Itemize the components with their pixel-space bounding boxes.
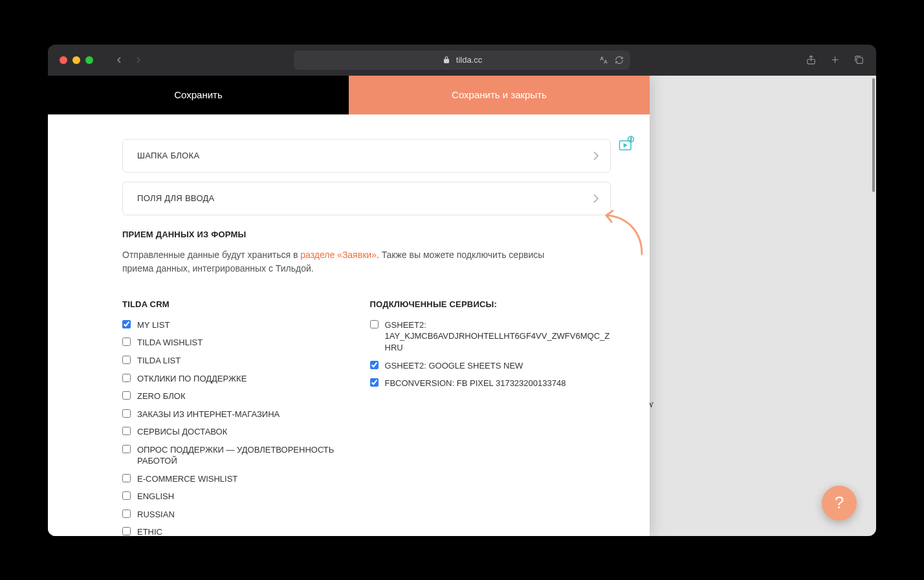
crm-item-row[interactable]: TILDA LIST — [122, 355, 364, 367]
svg-rect-1 — [857, 58, 863, 63]
scrollbar-thumb[interactable] — [872, 78, 875, 192]
help-video-icon[interactable]: i — [617, 135, 635, 153]
help-chat-label: ? — [835, 493, 844, 513]
panel-tabs: Сохранить Сохранить и закрыть — [48, 76, 650, 114]
crm-item-label: ОТКЛИКИ ПО ПОДДЕРЖКЕ — [137, 373, 247, 385]
translate-icon[interactable] — [599, 56, 608, 65]
connected-services-heading: ПОДКЛЮЧЕННЫЕ СЕРВИСЫ: — [370, 299, 611, 309]
crm-item-label: E-COMMERCE WISHLIST — [137, 473, 237, 485]
traffic-lights — [60, 56, 93, 64]
editor-panel: Сохранить Сохранить и закрыть i ШАПКА БЛ… — [48, 76, 650, 536]
service-item-checkbox[interactable] — [370, 378, 379, 387]
crm-item-checkbox[interactable] — [122, 445, 131, 453]
service-item-row[interactable]: GSHEET2: 1AY_KJMCB6AVDJRHOHTELLHT6GF4VV_… — [370, 319, 611, 354]
accordion-input-fields[interactable]: ПОЛЯ ДЛЯ ВВОДА — [122, 182, 611, 215]
page-viewport: mic status, e mpany's for new ? Сохранит… — [48, 76, 876, 536]
crm-item-label: RUSSIAN — [137, 509, 175, 521]
service-item-label: FBCONVERSION: FB PIXEL 317323200133748 — [385, 378, 566, 389]
leads-link[interactable]: разделе «Заявки» — [300, 250, 377, 260]
accordion-input-fields-label: ПОЛЯ ДЛЯ ВВОДА — [137, 193, 215, 203]
tilda-crm-heading: TILDA CRM — [122, 299, 364, 309]
maximize-window-button[interactable] — [85, 56, 93, 64]
new-tab-icon[interactable] — [830, 54, 841, 65]
tilda-crm-list: MY LISTTILDA WISHLISTTILDA LISTОТКЛИКИ П… — [122, 319, 364, 536]
crm-item-label: TILDA WISHLIST — [137, 337, 203, 349]
titlebar: tilda.cc — [48, 45, 876, 76]
back-button[interactable] — [114, 55, 124, 65]
crm-item-label: ЗАКАЗЫ ИЗ ИНТЕРНЕТ-МАГАЗИНА — [137, 409, 280, 420]
crm-item-row[interactable]: MY LIST — [122, 319, 364, 331]
crm-item-row[interactable]: E-COMMERCE WISHLIST — [122, 473, 364, 485]
crm-item-checkbox[interactable] — [122, 510, 131, 518]
connected-services-list: GSHEET2: 1AY_KJMCB6AVDJRHOHTELLHT6GF4VV_… — [370, 319, 611, 389]
crm-item-checkbox[interactable] — [122, 474, 131, 482]
service-item-label: GSHEET2: GOOGLE SHEETS NEW — [385, 360, 523, 372]
save-and-close-button[interactable]: Сохранить и закрыть — [349, 76, 650, 114]
crm-item-row[interactable]: ОТКЛИКИ ПО ПОДДЕРЖКЕ — [122, 373, 364, 385]
form-data-description: Отправленные данные будут храниться в ра… — [122, 248, 575, 276]
forward-button[interactable] — [133, 55, 144, 65]
service-item-row[interactable]: GSHEET2: GOOGLE SHEETS NEW — [370, 360, 611, 372]
crm-item-row[interactable]: RUSSIAN — [122, 509, 364, 521]
crm-item-row[interactable]: ETHIC — [122, 526, 364, 535]
crm-item-row[interactable]: TILDA WISHLIST — [122, 337, 364, 349]
crm-item-checkbox[interactable] — [122, 320, 131, 328]
chevron-right-icon — [593, 151, 599, 160]
save-and-close-button-label: Сохранить и закрыть — [452, 89, 547, 100]
close-window-button[interactable] — [60, 56, 67, 64]
service-item-label: GSHEET2: 1AY_KJMCB6AVDJRHOHTELLHT6GF4VV_… — [385, 319, 611, 354]
crm-item-checkbox[interactable] — [122, 391, 131, 400]
crm-item-row[interactable]: ОПРОС ПОДДЕРЖКИ — УДОВЛЕТВОРЕННОСТЬ РАБО… — [122, 444, 364, 467]
service-item-checkbox[interactable] — [370, 361, 379, 369]
crm-item-checkbox[interactable] — [122, 356, 131, 364]
minimize-window-button[interactable] — [72, 56, 80, 64]
crm-item-label: СЕРВИСЫ ДОСТАВОК — [137, 426, 227, 438]
reload-icon[interactable] — [615, 56, 624, 65]
accordion-block-header[interactable]: ШАПКА БЛОКА — [122, 139, 611, 173]
crm-item-label: MY LIST — [137, 319, 170, 331]
browser-window: tilda.cc mic status, e mpany's for new ? — [48, 45, 876, 536]
save-button-label: Сохранить — [174, 89, 223, 100]
panel-scroll-area[interactable]: i ШАПКА БЛОКА ПОЛЯ ДЛЯ ВВОДА — [48, 114, 650, 536]
svg-marker-5 — [624, 143, 628, 147]
crm-item-checkbox[interactable] — [122, 491, 131, 500]
crm-item-row[interactable]: СЕРВИСЫ ДОСТАВОК — [122, 426, 364, 438]
crm-item-checkbox[interactable] — [122, 427, 131, 435]
share-icon[interactable] — [806, 54, 817, 65]
crm-item-label: ОПРОС ПОДДЕРЖКИ — УДОВЛЕТВОРЕННОСТЬ РАБО… — [137, 444, 364, 467]
crm-item-checkbox[interactable] — [122, 338, 131, 346]
chevron-right-icon — [593, 194, 599, 203]
form-data-heading: ПРИЕМ ДАННЫХ ИЗ ФОРМЫ — [122, 230, 611, 239]
crm-item-row[interactable]: ЗАКАЗЫ ИЗ ИНТЕРНЕТ-МАГАЗИНА — [122, 409, 364, 420]
crm-item-label: ETHIC — [137, 526, 162, 535]
crm-item-checkbox[interactable] — [122, 409, 131, 418]
service-item-checkbox[interactable] — [370, 320, 379, 328]
crm-item-checkbox[interactable] — [122, 374, 131, 382]
crm-item-label: TILDA LIST — [137, 355, 181, 367]
crm-item-row[interactable]: ENGLISH — [122, 491, 364, 502]
address-bar-domain: tilda.cc — [456, 55, 482, 65]
lock-icon — [442, 56, 451, 65]
crm-item-label: ENGLISH — [137, 491, 174, 502]
save-button[interactable]: Сохранить — [48, 76, 349, 114]
page-scrollbar[interactable] — [872, 78, 875, 533]
tabs-overview-icon[interactable] — [853, 54, 864, 65]
crm-item-checkbox[interactable] — [122, 527, 131, 535]
help-chat-button[interactable]: ? — [822, 486, 857, 521]
accordion-block-header-label: ШАПКА БЛОКА — [137, 151, 199, 160]
crm-item-row[interactable]: ZERO БЛОК — [122, 391, 364, 402]
service-item-row[interactable]: FBCONVERSION: FB PIXEL 317323200133748 — [370, 378, 611, 389]
address-bar[interactable]: tilda.cc — [294, 50, 630, 70]
crm-item-label: ZERO БЛОК — [137, 391, 185, 402]
